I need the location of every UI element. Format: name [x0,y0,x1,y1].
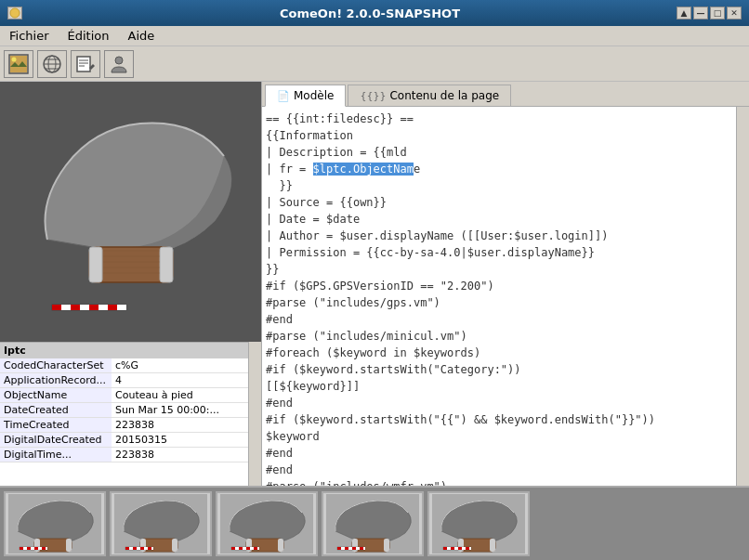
thumbnail[interactable] [4,491,106,556]
tab-contenu-label: Contenu de la page [389,89,499,102]
svg-rect-84 [363,547,365,550]
edit-tool-button[interactable] [71,50,100,78]
svg-point-0 [10,8,20,18]
meta-value: 20150315 [112,433,248,448]
window-minimize[interactable]: ▲ [677,7,691,20]
window-title: ComeOn! 2.0.0-SNAPSHOT [63,7,677,20]
svg-rect-30 [99,305,108,310]
svg-rect-56 [144,547,148,550]
svg-rect-57 [148,547,151,550]
svg-rect-62 [278,539,283,552]
svg-rect-67 [243,547,246,550]
svg-rect-78 [341,547,345,550]
image-tool-button[interactable] [4,50,33,78]
window-maximize[interactable]: □ [710,7,725,20]
code-scrollbar[interactable] [736,107,749,486]
thumbnail-strip [0,486,749,560]
svg-rect-39 [23,547,27,550]
code-line: | Source = {{own}} [266,194,732,211]
svg-rect-91 [447,547,451,550]
menu-fichier[interactable]: Fichier [4,27,55,45]
svg-rect-70 [254,547,257,550]
svg-rect-81 [352,547,356,550]
menu-edition[interactable]: Édition [62,27,115,45]
code-line: }} [266,261,732,278]
code-line: #parse ("includes/wmfr.vm") [266,478,732,486]
thumbnail[interactable] [322,491,424,556]
svg-rect-65 [235,547,239,550]
svg-rect-29 [89,305,99,310]
svg-rect-28 [80,305,89,310]
svg-rect-64 [231,547,235,550]
code-line: #end [266,445,732,462]
meta-scrollbar[interactable] [248,342,261,486]
meta-value: 223838 [112,448,248,462]
metadata-wrapper: Iptc CodedCharacterSetc%GApplicationReco… [0,342,261,486]
svg-rect-69 [250,547,254,550]
thumbnail-section [0,486,749,560]
code-line: }} [266,177,732,194]
menu-aide[interactable]: Aide [122,27,160,45]
code-line: #parse ("includes/minicul.vm") [266,328,732,345]
svg-rect-83 [360,547,363,550]
svg-rect-49 [172,539,177,552]
tab-contenu[interactable]: {{}} Contenu de la page [348,85,511,106]
image-area [0,82,261,342]
globe-tool-button[interactable] [37,50,67,78]
code-line: [[${keyword}]] [266,378,732,395]
svg-rect-38 [20,547,23,550]
svg-rect-88 [490,539,495,552]
svg-rect-93 [454,547,458,550]
code-line: #end [266,462,732,478]
svg-rect-58 [151,547,153,550]
window-close[interactable]: ✕ [727,7,742,20]
svg-rect-18 [160,247,173,282]
svg-rect-31 [108,305,117,310]
svg-rect-43 [38,547,42,550]
meta-key: DigitalDateCreated [0,433,112,448]
meta-row: DateCreatedSun Mar 15 00:00:... [0,403,248,418]
svg-rect-94 [458,547,462,550]
svg-rect-97 [469,547,471,550]
svg-rect-80 [348,547,352,550]
window-restore[interactable]: — [693,7,708,20]
meta-row: ApplicationRecord...4 [0,373,248,388]
meta-row: DigitalDateCreated20150315 [0,433,248,448]
svg-rect-82 [356,547,360,550]
meta-row: CodedCharacterSetc%G [0,358,248,373]
tab-modele[interactable]: 📄 Modèle [265,85,346,107]
thumbnail[interactable] [427,491,530,556]
tabs-bar: 📄 Modèle {{}} Contenu de la page [262,82,749,107]
code-line: {{Information [266,127,732,144]
svg-rect-32 [117,305,126,310]
code-line: #parse ("includes/gps.vm") [266,294,732,311]
svg-rect-77 [337,547,341,550]
code-line: $keyword [266,428,732,445]
meta-key: ApplicationRecord... [0,373,112,388]
thumbnail[interactable] [110,491,212,556]
code-line: #if ($keyword.startsWith("{{") && $keywo… [266,411,732,428]
meta-key: ObjectName [0,388,112,403]
svg-rect-41 [31,547,34,550]
svg-rect-53 [133,547,137,550]
meta-key: DateCreated [0,403,112,418]
main-area: Iptc CodedCharacterSetc%GApplicationReco… [0,82,749,486]
svg-rect-75 [384,539,389,552]
meta-key: TimeCreated [0,418,112,433]
code-line: | Date = $date [266,211,732,228]
user-tool-button[interactable] [104,50,134,78]
code-line: | fr = $lptc.ObjectName [266,161,732,177]
svg-rect-54 [137,547,140,550]
code-editor[interactable]: == {{int:filedesc}} =={{Information| Des… [262,107,736,486]
code-line: #if ($keyword.startsWith("Category:")) [266,361,732,378]
svg-rect-92 [451,547,454,550]
code-line: #foreach ($keyword in $keywords) [266,345,732,361]
code-line: | Author = $user.displayName ([[User:$us… [266,228,732,244]
svg-rect-27 [71,305,80,310]
contenu-tab-icon: {{}} [360,90,386,102]
svg-rect-51 [125,547,129,550]
title-bar: ComeOn! 2.0.0-SNAPSHOT ▲ — □ ✕ [0,0,749,26]
svg-rect-36 [66,539,72,552]
thumbnail[interactable] [216,491,318,556]
metadata-table[interactable]: Iptc CodedCharacterSetc%GApplicationReco… [0,342,248,486]
